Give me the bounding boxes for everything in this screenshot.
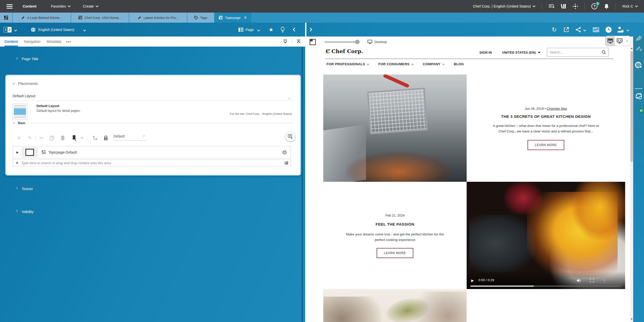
locale-selector[interactable]: UNITED STATES (EN): [502, 51, 540, 54]
locate-target-icon[interactable]: [573, 4, 578, 9]
sign-in-link[interactable]: SIGN IN: [479, 51, 492, 54]
tab-topicpage[interactable]: Topicpage ✕: [215, 13, 251, 23]
learn-more-button[interactable]: LEARN MORE: [377, 248, 413, 258]
site-language-selector[interactable]: Chef Corp. | English (United States): [473, 4, 535, 8]
add-rendering-icon[interactable]: [71, 133, 78, 142]
refresh-icon[interactable]: ↻: [552, 26, 557, 33]
layout-select[interactable]: Default Layout: [13, 94, 35, 98]
share-icon[interactable]: [576, 27, 581, 32]
tab-a-look-behind-kitchen[interactable]: A Look Behind Kitche...: [13, 13, 71, 23]
accordion-page-title[interactable]: Page Title: [16, 57, 38, 61]
hamburger-menu-icon[interactable]: [7, 4, 13, 9]
desktop-home-tab[interactable]: [0, 13, 12, 23]
favorite-star-icon[interactable]: ★: [269, 27, 273, 33]
notifications-bell-icon[interactable]: [604, 4, 609, 9]
close-tab-icon[interactable]: ✕: [244, 15, 247, 20]
language-chevron-icon[interactable]: [84, 27, 86, 32]
panel-scrollbar-track[interactable]: [302, 47, 303, 322]
accordion-placements[interactable]: Placements: [13, 81, 38, 86]
sync-status[interactable]: 10: [633, 91, 644, 106]
play-button-icon[interactable]: ▶: [471, 278, 474, 282]
edit-rendering-icon[interactable]: ✎: [26, 133, 33, 142]
design-pencil-icon[interactable]: [635, 34, 642, 42]
device-width-slider-track[interactable]: [325, 42, 357, 42]
language-selector[interactable]: English (United States): [38, 28, 74, 32]
user-settings-chevron-icon[interactable]: [627, 27, 629, 32]
library-icon[interactable]: [285, 161, 288, 165]
video-menu-kebab-icon[interactable]: ⋮: [602, 278, 607, 283]
advanced-search-icon[interactable]: [548, 4, 554, 9]
analytics-icon[interactable]: [593, 27, 599, 32]
more-tabs-icon[interactable]: •••: [66, 40, 71, 44]
collapse-all-sections-icon[interactable]: [292, 37, 305, 47]
view-mode-chevron-icon[interactable]: [258, 27, 260, 32]
layout-select-chevron-icon[interactable]: [289, 95, 290, 100]
open-external-icon[interactable]: [564, 27, 569, 32]
site-search-input[interactable]: [550, 50, 602, 54]
menu-content[interactable]: Content: [23, 4, 36, 8]
expand-all-sections-icon[interactable]: [279, 37, 292, 47]
globe-offline-icon[interactable]: [635, 62, 642, 69]
video-progress-bar[interactable]: [470, 285, 621, 287]
site-logo[interactable]: Ȼ Chef Corp.: [326, 48, 363, 54]
delete-rendering-icon[interactable]: ✕: [15, 133, 23, 142]
article-image-hands[interactable]: [323, 289, 467, 322]
rotate-device-icon[interactable]: [309, 39, 316, 45]
nav-company[interactable]: COMPANY: [423, 62, 444, 66]
help-button[interactable]: ? 3: [591, 3, 597, 9]
dropzone-search-input[interactable]: [21, 161, 285, 165]
video-player[interactable]: ▶ 0:00 / 0:29 ⋮: [467, 182, 625, 289]
history-clock-icon[interactable]: [605, 26, 612, 33]
paste-icon[interactable]: [59, 133, 67, 142]
content-dropzone[interactable]: +: [13, 159, 291, 166]
device-label[interactable]: Desktop: [368, 40, 387, 44]
nav-for-professionals[interactable]: FOR PROFESSIONALS: [327, 62, 369, 66]
cut-icon[interactable]: ✂: [38, 133, 46, 142]
preview-mode-fullwidth-button[interactable]: [615, 36, 624, 46]
accordion-teaser[interactable]: Teaser: [16, 187, 33, 191]
collapse-panel-chevron-icon[interactable]: [293, 27, 296, 32]
rendering-item-row[interactable]: ▶ Topicpage-Default: [13, 146, 291, 158]
tab-navigation[interactable]: Navigation: [24, 37, 41, 47]
suggestions-bulb-icon[interactable]: [280, 27, 285, 33]
nav-blog[interactable]: BLOG: [454, 62, 464, 66]
personalization-globe-icon[interactable]: [283, 150, 287, 154]
scroll-down-arrow[interactable]: [630, 317, 633, 321]
preview-mode-desktop-button[interactable]: [606, 36, 615, 46]
share-chevron-icon[interactable]: [584, 27, 586, 32]
volume-icon[interactable]: [577, 278, 581, 282]
user-settings-icon[interactable]: [617, 26, 624, 33]
article-image-fryer[interactable]: [323, 75, 467, 182]
lock-icon[interactable]: [102, 133, 109, 142]
menu-favorites[interactable]: Favorites: [51, 4, 70, 8]
expand-panel-chevron-icon[interactable]: [309, 27, 312, 32]
menu-create[interactable]: Create: [83, 4, 98, 8]
expand-item-icon[interactable]: ▶: [16, 151, 19, 154]
version-selector-icon[interactable]: 12: [4, 27, 12, 32]
search-icon[interactable]: [602, 50, 606, 54]
tab-metadata[interactable]: Metadata: [47, 37, 61, 47]
library-icon[interactable]: [561, 4, 566, 9]
device-width-slider-handle[interactable]: [355, 40, 359, 44]
add-note-fab-button[interactable]: [286, 132, 295, 141]
accordion-validity[interactable]: Validity: [16, 209, 33, 214]
preview-scrollbar[interactable]: [630, 37, 633, 322]
preview-mode-chevron-icon[interactable]: [624, 36, 630, 46]
user-menu[interactable]: Rick C: [622, 4, 637, 8]
add-rendering-chevron-icon[interactable]: [79, 133, 85, 142]
version-chevron-icon[interactable]: [15, 27, 17, 32]
scrollbar-thumb[interactable]: [630, 51, 633, 162]
tab-chef-corp-usa-home[interactable]: Chef Corp. USA Home...: [71, 13, 129, 23]
nav-for-consumers[interactable]: FOR CONSUMERS: [378, 62, 413, 66]
rendering-variant-select[interactable]: Default: [113, 134, 146, 140]
fullscreen-icon[interactable]: [590, 278, 594, 282]
datasource-link-icon[interactable]: [91, 133, 99, 142]
discard-edit-icon[interactable]: [635, 45, 642, 51]
copy-icon[interactable]: [48, 133, 56, 142]
scroll-up-arrow[interactable]: [630, 47, 633, 50]
learn-more-button[interactable]: LEARN MORE: [528, 140, 564, 150]
tab-content[interactable]: Content: [5, 37, 18, 47]
tab-tags[interactable]: Tags: [187, 13, 214, 23]
article-author-link[interactable]: Charlotte May: [547, 107, 567, 111]
view-mode-selector[interactable]: Page: [246, 28, 254, 32]
